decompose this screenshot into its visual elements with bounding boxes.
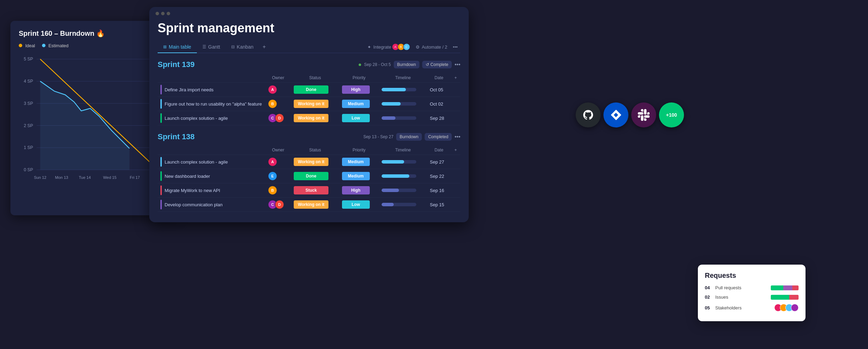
table-row: Migrate MyWork to new API B Stuck <box>158 183 460 198</box>
timeline-bar <box>382 189 416 192</box>
svg-text:Tue 14: Tue 14 <box>79 175 91 180</box>
sprint-138-burndown-btn[interactable]: Burndown <box>396 133 422 141</box>
table-row: Define Jira import needs A Done H <box>158 83 460 97</box>
sprint-138-complete-btn[interactable]: Completed <box>425 133 452 141</box>
dot-2 <box>161 12 165 15</box>
sprint-138-section: Sprint 138 Sep 13 - Sep 27 Burndown Comp… <box>158 132 460 212</box>
sprint-138-more[interactable]: ••• <box>454 134 460 140</box>
more-icon[interactable]: ••• <box>453 44 458 50</box>
timeline-bar <box>382 174 416 178</box>
task-name-cell: Launch complex solution - agile <box>158 111 265 125</box>
sprint-139-thead-row: Owner Status Priority Timeline Date + <box>158 73 460 83</box>
integrate-icon: ✦ <box>367 44 371 50</box>
sprint-139-active-dot <box>359 64 361 66</box>
jira-icon[interactable] <box>603 102 628 127</box>
table-row: Launch complex solution - agile C D Work… <box>158 111 460 125</box>
integration-icons: +100 <box>576 102 684 127</box>
col-priority-138: Priority <box>339 146 379 155</box>
row-more <box>451 198 460 212</box>
svg-text:Wed 15: Wed 15 <box>103 175 117 180</box>
avatar: D <box>275 200 284 209</box>
svg-text:0 SP: 0 SP <box>24 167 33 172</box>
sprint-139-burndown-btn[interactable]: Burndown <box>394 61 419 68</box>
request-bar <box>771 285 799 290</box>
col-add-138[interactable]: + <box>451 146 460 155</box>
table-row: Develop communication plan C D Working o… <box>158 198 460 212</box>
status-badge: Done <box>294 85 328 94</box>
sprint-139-complete-btn[interactable]: ↺ Complete <box>422 61 452 68</box>
tab-kanban[interactable]: ⊟ Kanban <box>226 41 259 53</box>
task-name-cell: Migrate MyWork to new API <box>158 183 265 198</box>
task-color-bar <box>160 185 162 195</box>
more-integrations-icon[interactable]: +100 <box>659 102 684 127</box>
main-table-icon: ⊞ <box>163 44 167 49</box>
request-item-issues: 02 Issues <box>705 294 799 300</box>
priority-cell: Medium <box>339 169 379 183</box>
svg-text:2 SP: 2 SP <box>24 123 33 128</box>
tab-main-table-label: Main table <box>169 44 191 50</box>
requests-panel: Requests 04 Pull requests 02 Issues 05 S… <box>698 265 806 321</box>
sprint-139-header: Sprint 139 Sep 28 - Oct 5 Burndown ↺ Com… <box>158 60 460 69</box>
dot-3 <box>167 12 170 15</box>
requests-title: Requests <box>705 272 799 280</box>
request-item-stakeholders: 05 Stakeholders <box>705 304 799 311</box>
row-more <box>451 111 460 125</box>
priority-badge: Medium <box>342 172 370 180</box>
row-more <box>451 169 460 183</box>
priority-badge: Medium <box>342 100 370 108</box>
avatar: B <box>268 99 277 108</box>
task-name-cell: Figure out how to run usability on "alph… <box>158 97 265 111</box>
sprint-138-meta: Sep 13 - Sep 27 Burndown Completed ••• <box>363 133 460 141</box>
task-name-cell: Define Jira import needs <box>158 83 265 97</box>
date-cell: Sep 15 <box>427 198 451 212</box>
timeline-bar <box>382 88 416 91</box>
request-item-pull-requests: 04 Pull requests <box>705 285 799 290</box>
gantt-icon: ☰ <box>202 44 206 49</box>
priority-badge: Low <box>342 114 370 122</box>
date-cell: Oct 02 <box>427 97 451 111</box>
priority-cell: Medium <box>339 155 379 169</box>
priority-badge: High <box>342 85 370 94</box>
sprint-138-header: Sprint 138 Sep 13 - Sep 27 Burndown Comp… <box>158 132 460 141</box>
github-icon[interactable] <box>576 102 601 127</box>
status-cell: Working on it <box>291 97 339 111</box>
legend-ideal: Ideal <box>19 43 35 48</box>
tab-add-button[interactable]: + <box>259 41 269 53</box>
automate-button[interactable]: ⚙ Automate / 2 <box>416 44 448 50</box>
tab-kanban-label: Kanban <box>237 44 253 50</box>
avatar: D <box>275 114 284 123</box>
timeline-bar <box>382 102 416 106</box>
timeline-cell <box>379 83 427 97</box>
timeline-cell <box>379 97 427 111</box>
status-badge: Working on it <box>294 200 328 209</box>
date-cell: Sep 27 <box>427 155 451 169</box>
sprint-139-more[interactable]: ••• <box>454 61 460 68</box>
status-badge: Done <box>294 172 328 180</box>
date-cell: Oct 05 <box>427 83 451 97</box>
tab-gantt[interactable]: ☰ Gantt <box>197 41 226 53</box>
status-badge: Working on it <box>294 158 328 166</box>
svg-text:Sun 12: Sun 12 <box>34 175 47 180</box>
svg-text:5 SP: 5 SP <box>24 57 33 61</box>
col-add-139[interactable]: + <box>451 73 460 83</box>
chart-area: 5 SP 4 SP 3 SP 2 SP 1 SP 0 SP Sun 12 Mon… <box>19 54 169 186</box>
priority-cell: Medium <box>339 97 379 111</box>
avatar-3: C <box>403 43 410 50</box>
col-owner-138: Owner <box>265 146 291 155</box>
panel-content: Sprint 139 Sep 28 - Oct 5 Burndown ↺ Com… <box>149 53 469 222</box>
panel-title: Sprint management <box>158 21 460 35</box>
bar-green <box>771 295 789 300</box>
slack-icon[interactable] <box>631 102 656 127</box>
sprint-138-name: Sprint 138 <box>158 132 194 141</box>
task-color-bar <box>160 157 162 167</box>
tab-main-table[interactable]: ⊞ Main table <box>158 41 197 53</box>
priority-cell: Low <box>339 198 379 212</box>
status-cell: Working on it <box>291 111 339 125</box>
integrate-button[interactable]: ✦ Integrate A B C <box>367 43 410 50</box>
col-priority-139: Priority <box>339 73 379 83</box>
bar-green <box>771 285 783 290</box>
avatar: B <box>268 186 277 195</box>
burndown-svg: 5 SP 4 SP 3 SP 2 SP 1 SP 0 SP Sun 12 Mon… <box>19 54 169 186</box>
request-num: 04 <box>705 285 712 290</box>
integrate-label: Integrate <box>373 44 391 50</box>
